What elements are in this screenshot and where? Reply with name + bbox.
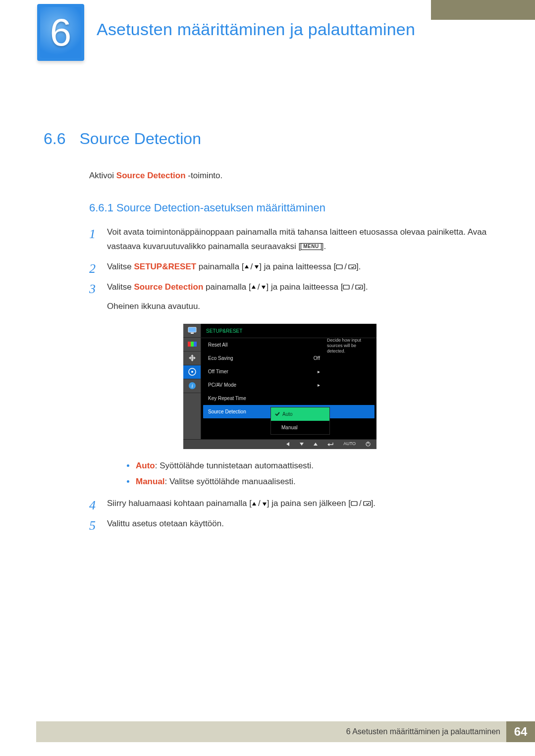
nav-auto-label: AUTO xyxy=(343,440,356,448)
osd-tab-picture-icon xyxy=(183,324,201,338)
svg-rect-7 xyxy=(356,285,363,289)
page-number: 64 xyxy=(506,721,535,742)
menu-icon: MENU xyxy=(301,243,321,250)
svg-rect-8 xyxy=(188,327,196,332)
check-icon xyxy=(275,412,280,416)
svg-rect-2 xyxy=(336,265,342,269)
svg-marker-0 xyxy=(245,265,249,268)
step-2: 2 Valitse SETUP&RESET painamalla [/] ja … xyxy=(89,260,490,274)
svg-rect-6 xyxy=(343,285,349,289)
osd-tab-info-icon: i xyxy=(183,379,201,393)
osd-tab-size-icon xyxy=(183,352,201,365)
step-3-extra: Oheinen ikkuna avautuu. xyxy=(107,300,490,314)
osd-dropdown-manual: Manual xyxy=(271,421,329,434)
bullet-manual: Manual: Valitse syöttölähde manuaalisest… xyxy=(127,474,490,490)
up-down-icon: / xyxy=(251,280,267,295)
osd-row-keyrepeat: Key Repeat Time xyxy=(201,392,376,405)
osd-tab-setup-icon xyxy=(183,365,201,379)
svg-marker-1 xyxy=(255,265,259,269)
step-4: 4 Siirry haluamaasi kohtaan painamalla [… xyxy=(89,497,490,511)
svg-rect-25 xyxy=(351,502,357,505)
svg-rect-12 xyxy=(194,342,197,347)
source-enter-icon: / xyxy=(351,497,371,511)
osd-sidebar: i xyxy=(183,324,201,439)
osd-help-3: detected. xyxy=(327,349,345,353)
svg-marker-23 xyxy=(252,502,256,505)
up-down-icon: / xyxy=(244,260,260,274)
svg-marker-5 xyxy=(262,286,266,289)
section-heading: 6.6 Source Detection xyxy=(44,130,201,148)
osd-help-1: Decide how input xyxy=(327,338,361,343)
osd-screenshot: i SETUP&RESET Reset All Decide how input… xyxy=(183,324,376,449)
nav-left-icon xyxy=(286,442,290,446)
bullet-auto: Auto: Syöttölähde tunnistetaan automaatt… xyxy=(127,458,490,474)
nav-up-icon xyxy=(314,442,318,446)
osd-row-offtimer: Off Timer▸ xyxy=(201,365,376,378)
svg-rect-10 xyxy=(188,342,191,347)
osd-tab-color-icon xyxy=(183,338,201,352)
step-1: 1 Voit avata toimintonäppäinoppaan paina… xyxy=(89,225,490,254)
svg-rect-11 xyxy=(191,342,194,347)
source-enter-icon: / xyxy=(343,280,363,295)
svg-rect-9 xyxy=(191,333,194,334)
chapter-number: 6 xyxy=(50,10,71,55)
svg-text:i: i xyxy=(191,383,193,389)
option-bullets: Auto: Syöttölähde tunnistetaan automaatt… xyxy=(127,458,490,490)
step-3: 3 Valitse Source Detection painamalla [/… xyxy=(89,280,490,490)
source-enter-icon: / xyxy=(336,260,356,274)
osd-dropdown-auto: Auto xyxy=(271,407,329,421)
nav-power-icon xyxy=(366,442,371,447)
nav-enter-icon xyxy=(327,442,333,447)
osd-row-pcav: PC/AV Mode▸ xyxy=(201,378,376,392)
subsection-heading: 6.6.1 Source Detection-asetuksen määritt… xyxy=(89,202,325,214)
svg-rect-3 xyxy=(349,265,356,269)
up-down-icon: / xyxy=(252,497,267,511)
osd-dropdown: Auto Manual xyxy=(270,407,330,435)
section-number: 6.6 xyxy=(44,130,65,148)
osd-main-panel: SETUP&RESET Reset All Decide how input s… xyxy=(201,324,376,439)
step-5: 5 Valittu asetus otetaan käyttöön. xyxy=(89,517,490,531)
svg-point-14 xyxy=(191,371,193,373)
svg-marker-20 xyxy=(327,443,329,446)
svg-marker-24 xyxy=(263,503,267,506)
osd-nav-bar: AUTO xyxy=(183,439,376,449)
osd-row-reset: Reset All Decide how input sources will … xyxy=(201,338,376,352)
svg-marker-17 xyxy=(286,442,289,446)
svg-marker-19 xyxy=(314,443,318,446)
section-title: Source Detection xyxy=(79,130,201,148)
chapter-title: Asetusten määrittäminen ja palauttaminen xyxy=(97,20,415,39)
osd-header: SETUP&RESET xyxy=(201,324,376,338)
svg-marker-18 xyxy=(300,443,304,446)
footer-text: 6 Asetusten määrittäminen ja palauttamin… xyxy=(346,727,506,736)
chapter-badge: 6 xyxy=(37,4,84,61)
steps-list: 1 Voit avata toimintonäppäinoppaan paina… xyxy=(89,225,490,537)
svg-marker-4 xyxy=(252,285,256,289)
nav-down-icon xyxy=(300,442,304,446)
svg-rect-26 xyxy=(364,502,371,505)
intro-text: Aktivoi Source Detection -toiminto. xyxy=(89,171,222,181)
top-accent-bar xyxy=(431,0,535,20)
osd-help-2: sources will be xyxy=(327,343,356,348)
footer-bar: 6 Asetusten määrittäminen ja palauttamin… xyxy=(36,721,535,742)
